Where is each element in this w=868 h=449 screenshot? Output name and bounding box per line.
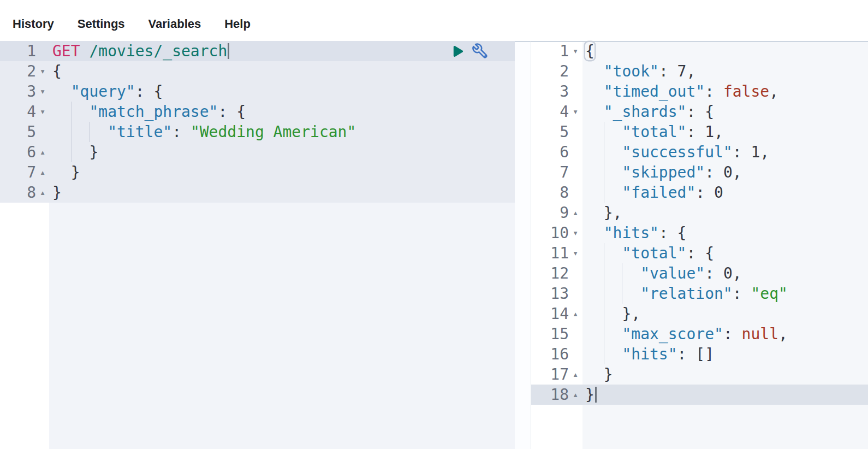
token-plain: },: [585, 204, 622, 222]
menu-item-history[interactable]: History: [13, 17, 54, 31]
fold-gutter: [569, 324, 582, 344]
code-text[interactable]: "failed": 0: [582, 182, 868, 203]
code-text[interactable]: "title": "Wedding American": [49, 122, 515, 142]
token-plain: [585, 62, 604, 80]
code-text[interactable]: {: [582, 41, 868, 61]
token-plain: [52, 123, 108, 141]
indent-guide: [604, 283, 604, 304]
code-text[interactable]: "total": {: [582, 243, 868, 263]
token-plain: :: [723, 325, 742, 343]
token-key: "title": [108, 123, 172, 141]
token-key: "failed": [622, 184, 695, 202]
line-number: 7: [531, 162, 569, 182]
request-editor-panel[interactable]: 1GET /movies/_search2▾{3▾ "query": {4▾ "…: [0, 41, 515, 449]
indent-guide: [71, 102, 72, 122]
code-text[interactable]: GET /movies/_search: [49, 41, 515, 61]
code-line-row: 5 "total": 1,: [531, 122, 868, 142]
code-text[interactable]: }: [582, 385, 868, 405]
token-plain: }: [585, 386, 594, 404]
token-plain: : {: [659, 224, 687, 242]
line-number: 10: [531, 223, 569, 243]
token-str: "eq": [751, 285, 787, 303]
indent-guide: [71, 142, 72, 162]
token-plain: [585, 82, 604, 101]
menu-item-help[interactable]: Help: [224, 17, 251, 31]
panel-divider[interactable]: [515, 41, 531, 449]
code-text[interactable]: {: [49, 61, 515, 81]
fold-collapsed-icon[interactable]: ▴: [36, 162, 49, 182]
code-text[interactable]: }: [49, 162, 515, 182]
indent-guide: [604, 243, 604, 263]
menu-item-variables[interactable]: Variables: [148, 17, 201, 31]
line-number: 8: [531, 182, 569, 203]
token-plain: {: [52, 62, 62, 80]
code-text[interactable]: "value": 0,: [582, 263, 868, 283]
fold-collapsed-icon[interactable]: ▴: [569, 385, 582, 405]
indent-guide: [604, 324, 604, 344]
code-line-row: 3 "timed_out": false,: [531, 81, 868, 102]
token-key: "relation": [640, 285, 733, 303]
code-text[interactable]: "skipped": 0,: [582, 162, 868, 182]
code-text[interactable]: "relation": "eq": [582, 283, 868, 304]
token-plain: }: [52, 163, 80, 181]
line-number: 3: [0, 81, 36, 102]
line-number: 6: [531, 142, 569, 162]
token-key: "hits": [622, 345, 677, 363]
token-key: "match_phrase": [89, 103, 218, 121]
token-key: "total": [622, 123, 686, 141]
code-line-row: 9▴ },: [531, 203, 868, 223]
fold-collapsed-icon[interactable]: ▴: [569, 203, 582, 223]
code-text[interactable]: "took": 7,: [582, 61, 868, 81]
fold-expanded-icon[interactable]: ▾: [36, 61, 49, 81]
fold-gutter: [36, 41, 49, 61]
response-panel[interactable]: 1▾{2 "took": 7,3 "timed_out": false,4▾ "…: [531, 41, 868, 449]
code-text[interactable]: },: [582, 304, 868, 324]
indent-guide: [604, 122, 604, 142]
fold-expanded-icon[interactable]: ▾: [36, 102, 49, 122]
code-line-row: 4▾ "_shards": {: [531, 102, 868, 122]
token-plain: ,: [778, 325, 788, 343]
line-number: 2: [0, 61, 36, 81]
fold-expanded-icon[interactable]: ▾: [569, 243, 582, 263]
line-number: 1: [0, 41, 36, 61]
code-text[interactable]: }: [582, 364, 868, 385]
indent-guide: [604, 263, 604, 283]
line-number: 12: [531, 263, 569, 283]
fold-expanded-icon[interactable]: ▾: [569, 223, 582, 243]
token-plain: ,: [760, 143, 769, 161]
token-plain: ,: [714, 123, 723, 141]
line-number: 9: [531, 203, 569, 223]
fold-gutter: [569, 344, 582, 364]
fold-gutter: [569, 81, 582, 102]
code-text[interactable]: },: [582, 203, 868, 223]
fold-collapsed-icon[interactable]: ▴: [36, 182, 49, 203]
code-text[interactable]: "match_phrase": {: [49, 102, 515, 122]
code-text[interactable]: "max_score": null,: [582, 324, 868, 344]
send-request-button[interactable]: [451, 45, 464, 58]
fold-expanded-icon[interactable]: ▾: [569, 102, 582, 122]
code-text[interactable]: }: [49, 182, 515, 203]
wrench-button[interactable]: [472, 43, 489, 60]
fold-expanded-icon[interactable]: ▾: [36, 81, 49, 102]
code-text[interactable]: "hits": []: [582, 344, 868, 364]
code-text[interactable]: "hits": {: [582, 223, 868, 243]
code-text[interactable]: "successful": 1,: [582, 142, 868, 162]
fold-collapsed-icon[interactable]: ▴: [569, 304, 582, 324]
request-lines: 1GET /movies/_search2▾{3▾ "query": {4▾ "…: [0, 41, 515, 203]
code-text[interactable]: "_shards": {: [582, 102, 868, 122]
code-text[interactable]: "query": {: [49, 81, 515, 102]
menu-item-settings[interactable]: Settings: [78, 17, 125, 31]
code-text[interactable]: "total": 1,: [582, 122, 868, 142]
token-plain: ,: [733, 163, 742, 181]
fold-gutter: [569, 263, 582, 283]
code-text[interactable]: "timed_out": false,: [582, 81, 868, 102]
code-text[interactable]: }: [49, 142, 515, 162]
fold-expanded-icon[interactable]: ▾: [569, 41, 582, 61]
fold-collapsed-icon[interactable]: ▴: [36, 142, 49, 162]
token-key: "skipped": [622, 163, 705, 181]
token-plain: [585, 285, 640, 303]
fold-collapsed-icon[interactable]: ▴: [569, 364, 582, 385]
token-plain: : {: [686, 244, 714, 262]
fold-gutter: [569, 182, 582, 203]
token-num: 0: [714, 184, 723, 202]
